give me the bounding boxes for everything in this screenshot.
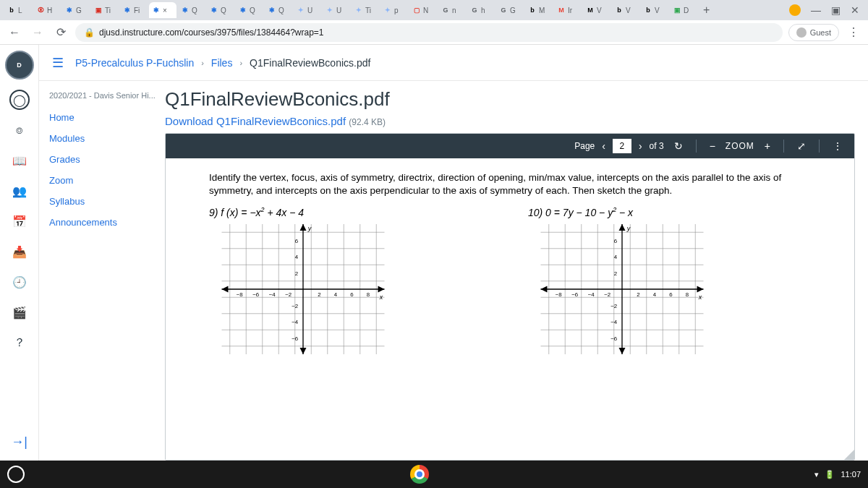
forward-button[interactable]: → bbox=[29, 24, 46, 41]
browser-tab[interactable]: ✱Q bbox=[178, 2, 205, 18]
svg-text:6: 6 bbox=[350, 291, 354, 298]
profile-icon[interactable] bbox=[789, 4, 801, 16]
breadcrumb-course[interactable]: P5-Precalculus P-Fuchslin bbox=[75, 57, 194, 69]
browser-tab[interactable]: Gn bbox=[438, 2, 466, 18]
more-menu-button[interactable]: ⋮ bbox=[845, 24, 862, 41]
zoom-out-button[interactable]: − bbox=[707, 139, 718, 153]
help-icon[interactable]: ？ bbox=[9, 333, 30, 353]
url-text: djusd.instructure.com/courses/3975/files… bbox=[99, 27, 324, 38]
browser-tab[interactable]: bM bbox=[525, 2, 553, 18]
svg-text:4: 4 bbox=[653, 291, 657, 298]
browser-tab[interactable]: bV bbox=[641, 2, 668, 18]
wifi-icon[interactable]: ▾ bbox=[814, 470, 819, 479]
resize-handle-icon[interactable] bbox=[844, 450, 854, 460]
back-button[interactable]: ← bbox=[6, 24, 23, 41]
inbox-icon[interactable]: 📥 bbox=[9, 241, 30, 262]
browser-tab[interactable]: ⦿H bbox=[33, 2, 61, 18]
collapse-nav-button[interactable]: →| bbox=[9, 432, 30, 452]
breadcrumb-files[interactable]: Files bbox=[211, 57, 233, 69]
dashboard-icon[interactable]: ⌾ bbox=[9, 120, 30, 140]
course-nav-item[interactable]: Zoom bbox=[49, 170, 162, 191]
prev-page-button[interactable]: ‹ bbox=[599, 139, 608, 153]
browser-tab[interactable]: bL bbox=[4, 2, 32, 18]
course-nav: 2020/2021 - Davis Senior Hi... HomeModul… bbox=[39, 81, 162, 461]
hamburger-menu-icon[interactable]: ☰ bbox=[52, 55, 64, 71]
svg-marker-60 bbox=[697, 286, 704, 293]
groups-icon[interactable]: 👥 bbox=[9, 181, 30, 201]
svg-text:6: 6 bbox=[295, 238, 299, 244]
course-nav-item[interactable]: Announcements bbox=[49, 212, 162, 233]
page-total: of 3 bbox=[650, 141, 664, 151]
browser-tab[interactable]: ▢N bbox=[409, 2, 437, 18]
minimize-icon[interactable]: — bbox=[811, 4, 821, 16]
guest-chip[interactable]: Guest bbox=[788, 24, 839, 41]
page-input[interactable] bbox=[613, 139, 631, 153]
course-nav-item[interactable]: Home bbox=[49, 107, 162, 128]
svg-marker-21 bbox=[222, 286, 229, 293]
course-nav-item[interactable]: Modules bbox=[49, 128, 162, 149]
next-page-button[interactable]: › bbox=[636, 139, 645, 153]
browser-tab[interactable]: ✱Q bbox=[207, 2, 234, 18]
battery-icon[interactable]: 🔋 bbox=[825, 470, 835, 479]
svg-text:4: 4 bbox=[295, 254, 299, 260]
file-title: Q1FinalReviewBconics.pdf bbox=[165, 88, 855, 111]
zoom-in-button[interactable]: + bbox=[762, 139, 773, 153]
browser-tab[interactable]: ▣Ti bbox=[91, 2, 119, 18]
svg-text:−2: −2 bbox=[292, 303, 298, 309]
browser-tab[interactable]: ✱Q bbox=[236, 2, 263, 18]
svg-text:−4: −4 bbox=[269, 291, 276, 298]
history-icon[interactable]: 🕘 bbox=[9, 272, 30, 292]
download-link[interactable]: Download Q1FinalReviewBconics.pdf (92.4 … bbox=[165, 115, 855, 127]
launcher-button[interactable] bbox=[7, 466, 25, 483]
browser-tab[interactable]: MIr bbox=[554, 2, 582, 18]
canvas-global-nav: D ◯ ⌾ 📖 👥 📅 📥 🕘 🎬 ？ →| bbox=[0, 45, 39, 461]
browser-tab-strip: bL⦿H✱G▣Ti✱Fi✱×✱Q✱Q✱Q✱Q✦U✦U✦Ti✦p▢NGnGhGGb… bbox=[0, 0, 868, 20]
coordinate-grid: −8−6−4−2 2468 642 −2−4−6 y x bbox=[209, 224, 397, 354]
svg-text:−2: −2 bbox=[604, 291, 610, 298]
svg-text:−2: −2 bbox=[610, 303, 617, 309]
reload-button[interactable]: ⟳ bbox=[52, 24, 69, 41]
zoom-label: ZOOM bbox=[726, 141, 754, 151]
course-nav-item[interactable]: Grades bbox=[49, 149, 162, 170]
browser-tab[interactable]: ▣D bbox=[670, 2, 697, 18]
svg-text:2: 2 bbox=[614, 270, 617, 277]
clock[interactable]: 11:07 bbox=[841, 470, 861, 479]
account-icon[interactable]: ◯ bbox=[9, 90, 30, 110]
rotate-button[interactable]: ↻ bbox=[671, 139, 686, 153]
new-tab-button[interactable]: + bbox=[699, 4, 714, 17]
svg-text:−6: −6 bbox=[610, 335, 618, 342]
browser-tab[interactable]: ✱× bbox=[149, 2, 176, 18]
url-input[interactable]: 🔒 djusd.instructure.com/courses/3975/fil… bbox=[75, 23, 783, 42]
browser-tab[interactable]: MV bbox=[583, 2, 610, 18]
svg-marker-22 bbox=[300, 224, 307, 231]
viewer-toolbar: Page ‹ › of 3 ↻ − ZOOM + ⤢ bbox=[166, 134, 854, 158]
browser-tab[interactable]: bV bbox=[612, 2, 639, 18]
maximize-icon[interactable]: ▣ bbox=[831, 4, 841, 16]
viewer-more-button[interactable]: ⋮ bbox=[830, 139, 846, 153]
document-viewer: Page ‹ › of 3 ↻ − ZOOM + ⤢ bbox=[165, 133, 855, 461]
calendar-icon[interactable]: 📅 bbox=[9, 211, 30, 231]
svg-text:6: 6 bbox=[614, 238, 618, 244]
pdf-page[interactable]: Identify the vertex, focus, axis of symm… bbox=[166, 158, 854, 460]
school-logo-icon[interactable]: D bbox=[5, 51, 34, 80]
close-window-icon[interactable]: ✕ bbox=[851, 4, 859, 16]
fullscreen-button[interactable]: ⤢ bbox=[794, 139, 809, 153]
courses-icon[interactable]: 📖 bbox=[9, 150, 30, 171]
browser-tab[interactable]: ✦p bbox=[380, 2, 408, 18]
browser-tab[interactable]: ✱G bbox=[62, 2, 90, 18]
browser-tab[interactable]: ✱Fi bbox=[120, 2, 148, 18]
svg-text:2: 2 bbox=[318, 291, 320, 298]
studio-icon[interactable]: 🎬 bbox=[9, 302, 30, 322]
browser-tab[interactable]: ✦Ti bbox=[352, 2, 379, 18]
browser-tab[interactable]: GG bbox=[496, 2, 524, 18]
browser-tab[interactable]: Gh bbox=[467, 2, 495, 18]
chevron-right-icon: › bbox=[201, 59, 204, 67]
svg-text:x: x bbox=[698, 294, 702, 301]
course-nav-item[interactable]: Syllabus bbox=[49, 191, 162, 212]
chrome-app-icon[interactable] bbox=[410, 465, 429, 484]
os-taskbar: ▾ 🔋 11:07 bbox=[0, 461, 868, 488]
browser-tab[interactable]: ✦U bbox=[323, 2, 350, 18]
browser-tab[interactable]: ✦U bbox=[294, 2, 321, 18]
browser-tab[interactable]: ✱Q bbox=[265, 2, 292, 18]
course-term: 2020/2021 - Davis Senior Hi... bbox=[49, 91, 162, 100]
